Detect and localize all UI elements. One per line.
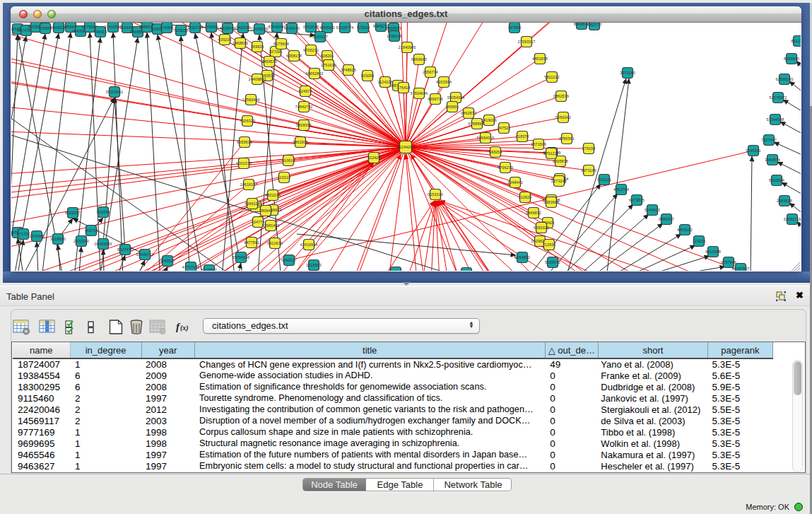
svg-text:123226: 123226 <box>693 239 706 243</box>
svg-text:8027475: 8027475 <box>117 247 133 252</box>
svg-text:5106502: 5106502 <box>201 268 217 271</box>
svg-text:668254: 668254 <box>489 150 502 154</box>
svg-text:72495205: 72495205 <box>251 27 269 31</box>
svg-text:0466832: 0466832 <box>526 211 541 215</box>
svg-text:35054324: 35054324 <box>447 95 465 100</box>
svg-text:58994316: 58994316 <box>477 136 495 140</box>
svg-text:279158: 279158 <box>582 146 596 151</box>
svg-text:3645527: 3645527 <box>160 259 175 263</box>
svg-text:0284862: 0284862 <box>514 255 530 259</box>
svg-text:0346011: 0346011 <box>746 148 760 153</box>
svg-text:6273875: 6273875 <box>629 198 645 202</box>
svg-text:347580: 347580 <box>508 25 522 30</box>
svg-text:9705232: 9705232 <box>303 48 319 52</box>
svg-text:610529: 610529 <box>519 195 532 199</box>
svg-text:5056342: 5056342 <box>555 115 571 119</box>
svg-text:928201: 928201 <box>321 54 334 58</box>
svg-text:639233: 639233 <box>218 37 232 42</box>
svg-text:218378: 218378 <box>516 134 529 139</box>
svg-text:9791227: 9791227 <box>543 151 559 156</box>
svg-text:8209357: 8209357 <box>65 211 81 215</box>
svg-text:53344398: 53344398 <box>767 117 784 122</box>
svg-text:2048441: 2048441 <box>507 180 523 185</box>
svg-text:5244903: 5244903 <box>645 208 660 212</box>
svg-text:3383668: 3383668 <box>543 200 559 204</box>
svg-text:7158258: 7158258 <box>173 28 189 33</box>
svg-text:62590193: 62590193 <box>776 77 794 81</box>
svg-text:6649470: 6649470 <box>284 26 300 30</box>
svg-text:24409843: 24409843 <box>249 77 266 81</box>
svg-text:4552769: 4552769 <box>613 187 629 192</box>
svg-text:2761612: 2761612 <box>321 63 336 67</box>
svg-text:247522: 247522 <box>498 126 511 130</box>
svg-text:971707: 971707 <box>17 232 30 236</box>
svg-text:7952777: 7952777 <box>587 23 602 27</box>
svg-text:910616: 910616 <box>282 158 295 163</box>
svg-text:422426: 422426 <box>367 156 381 160</box>
svg-text:31244283: 31244283 <box>397 145 415 149</box>
svg-text:5120017: 5120017 <box>312 35 328 39</box>
svg-text:0311111: 0311111 <box>597 177 611 182</box>
svg-text:2780361: 2780361 <box>559 136 575 141</box>
svg-text:176418: 176418 <box>397 86 411 90</box>
svg-text:3218680: 3218680 <box>50 237 66 241</box>
svg-text:4456562: 4456562 <box>319 25 335 30</box>
svg-text:87287857: 87287857 <box>732 267 750 271</box>
svg-text:83642847: 83642847 <box>269 25 286 29</box>
svg-text:12562484: 12562484 <box>242 98 260 102</box>
svg-text:32081719: 32081719 <box>784 217 801 221</box>
svg-text:4153364: 4153364 <box>436 80 452 84</box>
svg-text:0400396: 0400396 <box>235 25 251 30</box>
svg-text:35303461: 35303461 <box>106 90 124 94</box>
svg-text:4266114: 4266114 <box>245 201 259 206</box>
svg-text:1030738: 1030738 <box>187 25 203 30</box>
svg-text:712935: 712935 <box>543 243 556 247</box>
svg-text:42410914: 42410914 <box>300 243 318 247</box>
svg-text:4451838: 4451838 <box>532 57 548 61</box>
svg-text:3973169: 3973169 <box>581 168 596 173</box>
svg-text:0885397: 0885397 <box>659 217 674 221</box>
svg-text:0842873: 0842873 <box>461 111 476 115</box>
svg-text:9413388: 9413388 <box>705 250 721 254</box>
svg-text:8912112: 8912112 <box>791 39 801 43</box>
svg-text:57824646: 57824646 <box>411 91 428 95</box>
svg-text:6090322: 6090322 <box>534 226 549 230</box>
svg-text:365601: 365601 <box>446 105 459 109</box>
svg-text:00303393: 00303393 <box>95 242 112 246</box>
svg-text:5811222: 5811222 <box>544 75 559 79</box>
svg-text:7005329: 7005329 <box>240 119 255 123</box>
svg-text:3459573: 3459573 <box>261 59 277 64</box>
svg-text:3573180: 3573180 <box>620 71 635 75</box>
svg-text:0862539: 0862539 <box>553 94 569 98</box>
svg-text:703093: 703093 <box>205 25 218 29</box>
svg-text:90652863: 90652863 <box>306 71 324 76</box>
svg-text:3940874: 3940874 <box>765 158 780 162</box>
svg-text:9348117: 9348117 <box>281 258 296 262</box>
svg-text:5062984: 5062984 <box>769 178 784 182</box>
svg-text:327295: 327295 <box>269 49 283 54</box>
svg-text:1419006: 1419006 <box>481 118 497 122</box>
svg-text:7927447: 7927447 <box>761 138 777 142</box>
svg-text:9477591: 9477591 <box>244 240 259 245</box>
svg-text:6656665: 6656665 <box>411 57 427 62</box>
svg-text:2932340: 2932340 <box>73 239 89 243</box>
svg-text:624973: 624973 <box>299 89 312 93</box>
svg-text:6005838: 6005838 <box>553 159 568 163</box>
svg-text:52028774: 52028774 <box>336 25 354 30</box>
svg-text:1571509: 1571509 <box>531 142 546 146</box>
svg-text:369935: 369935 <box>251 45 264 49</box>
svg-text:4831034: 4831034 <box>265 193 281 197</box>
svg-text:1336236: 1336236 <box>387 34 402 38</box>
svg-text:525929: 525929 <box>357 25 370 30</box>
svg-text:110313: 110313 <box>278 175 290 180</box>
svg-text:8289640: 8289640 <box>784 57 799 61</box>
svg-text:5536472: 5536472 <box>545 260 560 264</box>
svg-text:6055638: 6055638 <box>237 140 252 144</box>
svg-text:3862905: 3862905 <box>293 140 308 144</box>
svg-text:1315653: 1315653 <box>306 263 322 267</box>
svg-text:9797949: 9797949 <box>721 260 736 264</box>
svg-text:4863102: 4863102 <box>677 228 693 232</box>
svg-text:174380: 174380 <box>160 25 174 30</box>
svg-text:55340712: 55340712 <box>136 252 154 257</box>
svg-text:596413: 596413 <box>94 30 107 34</box>
